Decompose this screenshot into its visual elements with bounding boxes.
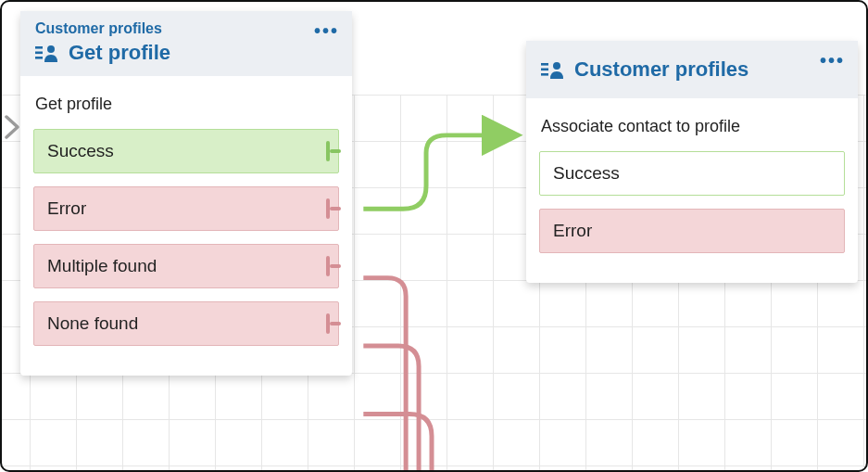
output-port-icon[interactable] <box>326 138 339 164</box>
outcome-label: Error <box>47 198 86 218</box>
block-category-label: Customer profiles <box>35 20 337 37</box>
svg-rect-5 <box>541 69 548 71</box>
block-title: Customer profiles <box>574 57 748 82</box>
outcome-success[interactable]: Success <box>539 151 845 196</box>
svg-rect-4 <box>541 63 548 66</box>
outcome-label: Success <box>553 163 620 183</box>
output-port-icon[interactable] <box>326 253 339 279</box>
block-title: Get profile <box>69 41 170 65</box>
more-options-icon[interactable]: ••• <box>820 50 845 71</box>
block-header[interactable]: ••• Customer profiles <box>526 41 858 98</box>
block-action-label: Get profile <box>35 95 337 114</box>
output-port-icon[interactable] <box>326 311 339 337</box>
outcome-error[interactable]: Error <box>33 186 339 231</box>
outcome-none-found[interactable]: None found <box>33 301 339 346</box>
outcome-success[interactable]: Success <box>33 129 339 173</box>
outcome-label: Success <box>47 141 114 160</box>
outcome-label: None found <box>47 313 138 333</box>
block-get-profile[interactable]: Customer profiles ••• Get profile <box>20 11 352 376</box>
block-body: Get profile Success Error Multiple found… <box>20 76 352 376</box>
svg-point-3 <box>47 45 55 53</box>
customer-profiles-icon <box>35 44 59 62</box>
svg-rect-6 <box>541 73 548 76</box>
outcome-error[interactable]: Error <box>539 209 845 253</box>
block-entry-port-icon[interactable] <box>5 115 21 143</box>
block-body: Associate contact to profile Success Err… <box>526 98 858 283</box>
svg-rect-2 <box>35 57 43 59</box>
flow-canvas[interactable]: Customer profiles ••• Get profile <box>0 0 868 472</box>
outcome-label: Multiple found <box>47 256 157 275</box>
svg-point-7 <box>553 62 560 70</box>
block-action-label: Associate contact to profile <box>541 117 843 136</box>
svg-rect-0 <box>35 46 43 49</box>
block-customer-profiles[interactable]: ••• Customer profiles Associate contact … <box>526 41 858 283</box>
customer-profiles-icon <box>541 60 565 79</box>
outcome-multiple-found[interactable]: Multiple found <box>33 244 339 288</box>
svg-rect-1 <box>35 52 43 55</box>
block-header[interactable]: Customer profiles ••• Get profile <box>20 11 352 76</box>
output-port-icon[interactable] <box>326 196 339 222</box>
outcome-label: Error <box>553 221 592 240</box>
more-options-icon[interactable]: ••• <box>314 20 339 42</box>
